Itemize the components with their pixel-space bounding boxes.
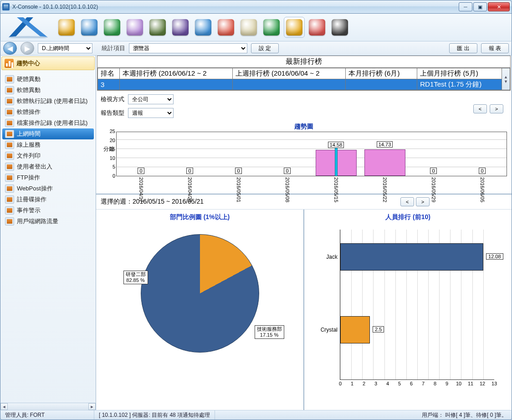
sidebar-item-4[interactable]: 檔案操作記錄 (使用者日誌) (2, 118, 94, 128)
sidebar-item-icon (5, 184, 14, 193)
trend-datalabel: 0 (430, 168, 436, 174)
toolbar-clock[interactable] (215, 17, 236, 38)
ranking-col-thismonth[interactable]: 本月排行榜 (6月) (345, 68, 417, 79)
view-mode-select[interactable]: 全公司 (128, 94, 174, 104)
sidebar-item-9[interactable]: FTP操作 (2, 172, 94, 183)
ranking-title: 最新排行榜 (97, 56, 510, 68)
export-button[interactable]: 匯 出 (449, 43, 477, 53)
close-button[interactable]: ✕ (488, 2, 510, 11)
toolbar-screen-lock[interactable] (170, 17, 191, 38)
sidebar-item-3[interactable]: 軟體操作 (2, 107, 94, 118)
ranking-col-rank[interactable]: 排名 (98, 68, 120, 79)
disc-icon (127, 19, 143, 36)
sidebar-item-icon (5, 141, 14, 149)
hbar-chart-title: 人員排行 (前10) (308, 211, 508, 225)
sidebar-item-12[interactable]: 事件警示 (2, 205, 94, 216)
scroll-right-icon[interactable]: ► (88, 403, 96, 410)
ranking-row[interactable]: 3 RD1Test (1.75 分鐘) (98, 79, 510, 90)
sidebar: 趨勢中心 硬體異動軟體異動軟體執行記錄 (使用者日誌)軟體操作檔案操作記錄 (使… (0, 56, 96, 410)
pie-chart: 研發二部82.85 % 技術服務部17.15 % (132, 234, 268, 371)
sidebar-header[interactable]: 趨勢中心 (1, 56, 95, 70)
category-select[interactable]: D.上網時間 (38, 43, 92, 53)
sidebar-item-icon (5, 163, 14, 171)
pie-label-1: 技術服務部17.15 % (255, 325, 284, 339)
ranking-col-lastmonth[interactable]: 上個月排行榜 (5月) (417, 68, 502, 79)
sidebar-item-13[interactable]: 用戶端網路流量 (2, 216, 94, 227)
sidebar-item-5[interactable]: 上網時間 (2, 128, 94, 139)
calculator-icon (332, 19, 348, 36)
sidebar-item-label: 軟體異動 (17, 86, 41, 94)
trend-datalabel: 0 (235, 168, 241, 174)
sidebar-item-6[interactable]: 線上服務 (2, 139, 94, 150)
sidebar-item-icon (5, 217, 14, 225)
pie-chart-title: 部門比例圖 (1%以上) (100, 211, 300, 225)
toolbar-settings-gear[interactable] (56, 17, 77, 38)
nav-forward-button[interactable]: ▶ (20, 42, 34, 55)
toolbar-calculator[interactable] (329, 17, 350, 38)
report-button[interactable]: 報 表 (481, 43, 509, 53)
settings-button[interactable]: 設 定 (251, 43, 279, 53)
trend-xtick: 2016/04/24 (187, 176, 193, 202)
sidebar-item-icon (5, 130, 14, 138)
ranking-col-thisweek[interactable]: 本週排行榜 (2016/06/12 ~ 2 (120, 68, 233, 79)
bottom-charts-row: 部門比例圖 (1%以上) 研發二部82.85 % 技術服務部17.15 % 人員… (96, 209, 512, 410)
ranking-scroll-up[interactable]: ▲▼ (502, 68, 510, 90)
hbar-datalabel: 2.5 (373, 326, 384, 333)
maximize-button[interactable]: ▣ (473, 2, 487, 11)
monitor-icon (81, 19, 97, 36)
toolbar-disc[interactable] (124, 17, 145, 38)
chart-prev-button[interactable]: < (473, 104, 487, 113)
status-client: 用戶端： 叫修[ 4 ]筆、待修[ 0 ]筆。 (417, 410, 512, 420)
toolbar-globe[interactable] (102, 17, 123, 38)
trend-ytick: 10 (110, 155, 117, 161)
nav-back-button[interactable]: ◀ (3, 42, 17, 55)
chart-next-button[interactable]: > (490, 104, 503, 113)
trend-xtick: 2016/05/01 (236, 176, 241, 202)
toolbar-screen-export[interactable] (193, 17, 214, 38)
sidebar-item-icon (5, 206, 14, 215)
toolbar-pencil-chart[interactable] (307, 17, 328, 38)
trend-ytick: 20 (110, 138, 117, 143)
toolbar-chip[interactable] (147, 17, 168, 38)
ranking-col-lastweek[interactable]: 上週排行榜 (2016/06/04 ~ 2 (232, 68, 345, 79)
week-selector-row: 選擇的週：2016/05/15 ~ 2016/05/21 < > (96, 195, 512, 209)
sidebar-item-10[interactable]: WebPost操作 (2, 183, 94, 194)
sidebar-hscroll[interactable]: ◄ ► (0, 403, 96, 410)
sidebar-item-1[interactable]: 軟體異動 (2, 85, 94, 96)
sidebar-item-7[interactable]: 文件列印 (2, 150, 94, 161)
stats-select[interactable]: 瀏覽器 (129, 43, 247, 53)
hbar-xtick: 1 (351, 379, 353, 386)
report-type-select[interactable]: 週報 (128, 108, 174, 118)
sidebar-header-label: 趨勢中心 (16, 59, 40, 67)
sidebar-item-0[interactable]: 硬體異動 (2, 74, 94, 85)
toolbar-clipboard[interactable] (238, 17, 259, 38)
trend-xtick: 2016/05/29 (431, 176, 436, 202)
status-server: [ 10.1.0.102 ] 伺服器: 目前有 48 項通知待處理 (94, 410, 215, 420)
chart-nav-arrows: < > (473, 104, 503, 113)
sidebar-item-label: 軟體操作 (17, 108, 41, 116)
sidebar-item-8[interactable]: 使用者登出入 (2, 161, 94, 172)
scroll-left-icon[interactable]: ◄ (0, 403, 8, 410)
window-titlebar: X-Console - 10.1.0.102(10.1.0.102) ─ ▣ ✕ (0, 0, 512, 14)
toolbar-trend-report[interactable] (284, 17, 305, 38)
toolbar-monitor[interactable] (79, 17, 100, 38)
sidebar-item-label: FTP操作 (17, 174, 40, 182)
trend-ytick: 25 (110, 128, 117, 134)
sidebar-list: 硬體異動軟體異動軟體執行記錄 (使用者日誌)軟體操作檔案操作記錄 (使用者日誌)… (0, 71, 96, 403)
trend-xtick: 2016/05/15 (333, 176, 339, 202)
sidebar-item-11[interactable]: 註冊碟操作 (2, 194, 94, 205)
trend-datalabel: 0 (479, 168, 485, 174)
minimize-button[interactable]: ─ (459, 2, 472, 11)
hbar-xtick: 7 (422, 379, 425, 386)
sidebar-item-label: 註冊碟操作 (17, 195, 46, 204)
trend-datalabel: 0 (186, 168, 193, 174)
week-prev-button[interactable]: < (400, 197, 414, 206)
week-next-button[interactable]: > (416, 197, 430, 206)
toolbar-pie-chart[interactable] (261, 17, 282, 38)
trend-datalabel: 14.58 (328, 142, 344, 148)
sidebar-item-2[interactable]: 軟體執行記錄 (使用者日誌) (2, 96, 94, 107)
status-bar: 管理人員: FORT [ 10.1.0.102 ] 伺服器: 目前有 48 項通… (0, 410, 512, 420)
hbar-datalabel: 12.08 (486, 253, 503, 260)
main-toolbar (0, 14, 512, 41)
trend-datalabel: 0 (284, 168, 290, 174)
